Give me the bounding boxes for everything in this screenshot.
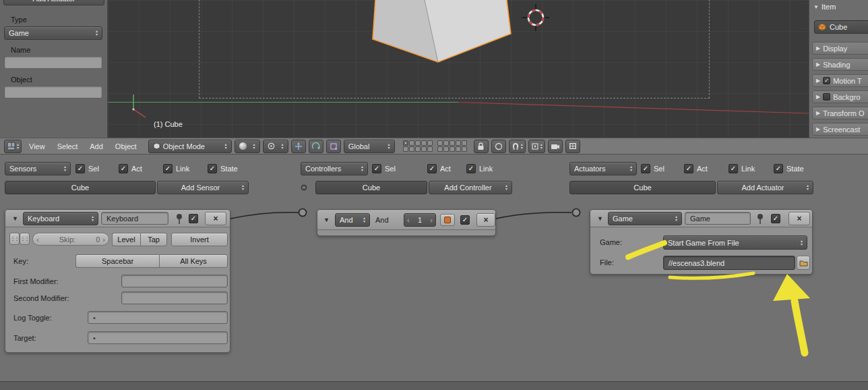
layer-cell[interactable] xyxy=(443,146,449,152)
file-path-field[interactable]: //escenas3.blend xyxy=(663,256,795,270)
layer-cell[interactable] xyxy=(403,140,408,146)
section-transform-orientations[interactable]: ▶ Transform O xyxy=(812,107,868,119)
render-opengl-button[interactable] xyxy=(548,140,563,153)
actuator-name-field[interactable]: Game xyxy=(685,212,751,225)
checkbox-checked-icon[interactable]: ✓ xyxy=(684,164,693,173)
layer-cell[interactable] xyxy=(456,140,461,146)
actuator-enable-checkbox[interactable]: ✓ xyxy=(771,214,780,223)
layers-grid-2[interactable] xyxy=(437,140,467,152)
checkbox-checked-icon[interactable]: ✓ xyxy=(208,164,217,173)
checkbox-checked-icon[interactable]: ✓ xyxy=(823,77,830,84)
item-section-header[interactable]: ▼ Item xyxy=(813,3,836,11)
section-shading[interactable]: ▶ Shading xyxy=(812,58,868,71)
viewport-3d[interactable]: (1) Cube xyxy=(108,0,809,138)
stepper-increment-icon[interactable]: › xyxy=(430,216,433,224)
checkbox-checked-icon[interactable]: ✓ xyxy=(641,164,650,173)
layer-cell[interactable] xyxy=(443,140,449,146)
pulse-negative-button[interactable]: ⋮⋮ xyxy=(20,233,30,245)
sensor-enable-checkbox[interactable]: ✓ xyxy=(189,214,198,223)
object-name-field[interactable]: Cube xyxy=(814,20,868,34)
controllers-filter-act[interactable]: ✓ Act xyxy=(427,163,451,174)
layer-cell[interactable] xyxy=(427,146,433,152)
actuator-type-dropdown[interactable]: Game ▴▾ xyxy=(608,212,682,225)
mode-dropdown[interactable]: Object Mode ▴▾ xyxy=(148,140,232,153)
layer-cell[interactable] xyxy=(409,146,414,152)
section-motion-tracking[interactable]: ▶ ✓ Motion T xyxy=(812,74,868,87)
layer-cell[interactable] xyxy=(415,140,421,146)
menu-add[interactable]: Add xyxy=(85,142,108,150)
layers-grid-1[interactable] xyxy=(403,140,433,152)
state-mark-button[interactable] xyxy=(440,214,455,226)
layer-cell[interactable] xyxy=(462,146,467,152)
pin-icon[interactable] xyxy=(756,213,764,225)
layer-cell[interactable] xyxy=(415,146,421,152)
controllers-dropdown[interactable]: Controllers ▴▾ xyxy=(301,162,368,175)
collapse-triangle-icon[interactable]: ▼ xyxy=(12,215,18,222)
sensors-filter-act[interactable]: ✓ Act xyxy=(119,163,142,174)
manipulator-scale-button[interactable] xyxy=(326,140,341,153)
pulse-positive-button[interactable]: ⋮⋮ xyxy=(9,233,20,245)
first-modifier-field[interactable] xyxy=(121,275,228,287)
snap-element-button[interactable]: ▴▾ xyxy=(528,140,545,153)
controller-state-stepper[interactable]: ‹ 1 › xyxy=(404,213,436,227)
manipulator-rotate-button[interactable] xyxy=(309,140,323,153)
controllers-filter-link[interactable]: ✓ Link xyxy=(466,163,493,174)
sensors-dropdown[interactable]: Sensors ▴▾ xyxy=(5,162,71,175)
all-keys-button[interactable]: All Keys xyxy=(159,254,228,268)
layer-cell[interactable] xyxy=(450,146,455,152)
key-value-button[interactable]: Spacebar xyxy=(75,254,159,268)
layer-cell[interactable] xyxy=(421,140,427,146)
checkbox-unchecked-icon[interactable] xyxy=(823,93,830,101)
controller-name-value[interactable]: And xyxy=(375,216,389,224)
controllers-filter-sel[interactable]: ✓ Sel xyxy=(372,163,396,174)
sensor-delete-button[interactable]: × xyxy=(205,212,226,225)
menu-select[interactable]: Select xyxy=(53,142,83,150)
sensor-name-field[interactable]: Keyboard xyxy=(101,212,168,225)
checkbox-checked-icon[interactable]: ✓ xyxy=(427,164,437,173)
actuators-filter-link[interactable]: ✓ Link xyxy=(728,163,755,174)
layer-cell[interactable] xyxy=(462,140,467,146)
controller-type-dropdown[interactable]: And ▴▾ xyxy=(335,213,370,227)
controller-enable-checkbox[interactable]: ✓ xyxy=(460,215,470,225)
cube-object[interactable] xyxy=(364,0,526,67)
menu-view[interactable]: View xyxy=(24,142,50,150)
add-actuator-button-logic[interactable]: Add Actuator ▴▾ xyxy=(717,181,813,194)
sensor-type-dropdown[interactable]: Keyboard ▴▾ xyxy=(23,212,98,225)
layer-cell[interactable] xyxy=(409,140,414,146)
add-sensor-button[interactable]: Add Sensor ▴▾ xyxy=(157,181,249,194)
section-background[interactable]: ▶ Backgro xyxy=(812,90,868,103)
type-dropdown[interactable]: Game ▴▾ xyxy=(4,26,102,40)
snap-toggle-button[interactable]: ▴▾ xyxy=(509,140,526,153)
file-browse-button[interactable] xyxy=(797,256,810,270)
shading-dropdown[interactable]: ▴▾ xyxy=(235,140,260,153)
editor-type-button[interactable]: ▴▾ xyxy=(4,140,22,153)
checkbox-checked-icon[interactable]: ✓ xyxy=(119,164,128,173)
menu-object[interactable]: Object xyxy=(111,142,142,150)
render-animation-button[interactable] xyxy=(565,140,580,153)
checkbox-checked-icon[interactable]: ✓ xyxy=(728,164,738,173)
sensors-filter-state[interactable]: ✓ State xyxy=(208,163,238,174)
proportional-edit-button[interactable] xyxy=(491,140,506,153)
lock-scene-button[interactable] xyxy=(474,140,489,153)
skip-slider[interactable]: ‹ Skip: 0 › xyxy=(32,233,109,246)
slider-decrement-icon[interactable]: ‹ xyxy=(36,235,39,244)
actuators-filter-act[interactable]: ✓ Act xyxy=(684,163,708,174)
slider-increment-icon[interactable]: › xyxy=(102,235,105,244)
invert-button[interactable]: Invert xyxy=(171,233,228,246)
collapse-triangle-icon[interactable]: ▼ xyxy=(597,215,603,222)
sensors-filter-link[interactable]: ✓ Link xyxy=(163,163,189,174)
name-field[interactable] xyxy=(4,56,102,69)
layer-cell[interactable] xyxy=(403,146,408,152)
add-actuator-button[interactable]: Add Actuator xyxy=(3,0,104,5)
level-button[interactable]: Level xyxy=(112,233,140,246)
collapse-triangle-icon[interactable]: ▼ xyxy=(323,217,330,223)
stepper-decrement-icon[interactable]: ‹ xyxy=(407,216,410,224)
actuators-filter-sel[interactable]: ✓ Sel xyxy=(641,163,664,174)
tap-button[interactable]: Tap xyxy=(140,233,167,246)
layer-cell[interactable] xyxy=(421,146,427,152)
layer-cell[interactable] xyxy=(437,146,443,152)
checkbox-checked-icon[interactable]: ✓ xyxy=(163,164,173,173)
manipulator-translate-button[interactable] xyxy=(291,140,306,153)
section-screencast[interactable]: ▶ Screencast xyxy=(812,123,868,136)
controller-delete-button[interactable]: × xyxy=(476,213,495,227)
